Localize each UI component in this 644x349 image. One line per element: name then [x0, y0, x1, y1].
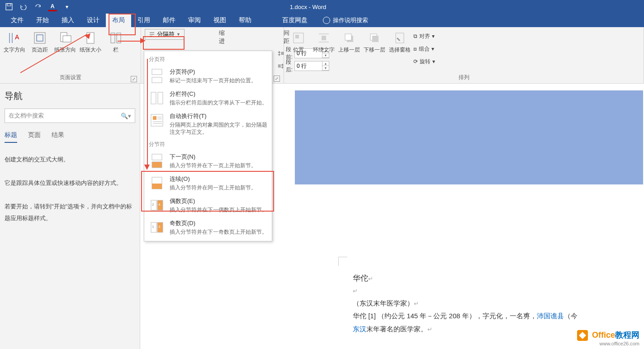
undo-icon[interactable]: [19, 2, 28, 11]
tab-references[interactable]: 引用: [131, 14, 156, 27]
tab-baidu[interactable]: 百度网盘: [276, 14, 314, 27]
tab-home[interactable]: 开始: [30, 14, 55, 27]
text-direction-button[interactable]: A 文字方向: [3, 29, 26, 54]
rotate-button[interactable]: ⟳旋转 ▾: [413, 56, 435, 67]
position-button[interactable]: 位置: [287, 29, 310, 54]
ribbon: A 文字方向 页边距 纸张方向 纸张大小 栏 页面设置 ⤢: [0, 27, 644, 84]
size-button[interactable]: 纸张大小: [79, 29, 102, 54]
annotation-arrow: [118, 41, 143, 42]
menu-item-even-page[interactable]: 24 偶数页(E)插入分节符并在下一偶数页上开始新节。: [144, 194, 272, 217]
menu-item-continuous[interactable]: 连续(O)插入分节符并在同一页上开始新节。: [144, 172, 272, 194]
svg-rect-24: [396, 33, 404, 43]
tab-mailings[interactable]: 邮件: [156, 14, 182, 27]
group-arrange: 位置 环绕文字 上移一层 下移一层 选择窗格 ⧉对齐 ▾ ⧈组合 ▾ ⟳旋转 ▾…: [284, 27, 644, 83]
spacing-before-icon: ‡≡: [278, 50, 284, 57]
text-direction-icon: A: [7, 31, 22, 45]
dialog-launcher-icon[interactable]: ⤢: [274, 75, 280, 82]
dialog-launcher-icon[interactable]: ⤢: [131, 76, 137, 82]
page-breaks-header: 分页符: [144, 54, 272, 65]
breaks-button[interactable]: 分隔符 ▼: [145, 29, 185, 40]
group-label-arrange: 排列: [287, 72, 641, 83]
tab-insert[interactable]: 插入: [55, 14, 80, 27]
redo-icon[interactable]: [33, 2, 43, 11]
svg-text:4: 4: [158, 203, 161, 207]
quick-access-toolbar: A ▾: [0, 2, 71, 11]
save-icon[interactable]: [5, 2, 14, 11]
text-wrap-break-icon: [149, 112, 165, 128]
align-button[interactable]: ⧉对齐 ▾: [413, 31, 435, 42]
selection-pane-button[interactable]: 选择窗格: [388, 29, 412, 54]
indent-label: 缩进: [219, 29, 225, 45]
search-icon: 🔍▾: [121, 113, 131, 119]
title-bar: A ▾ 1.docx - Word: [0, 0, 644, 14]
nav-search-input[interactable]: 在文档中搜索 🔍▾: [5, 108, 135, 123]
breaks-icon: [149, 31, 155, 38]
bring-forward-icon: [342, 31, 356, 45]
section-breaks-header: 分节符: [144, 139, 272, 150]
tab-review[interactable]: 审阅: [182, 14, 207, 27]
doc-heading: 华佗: [353, 274, 368, 283]
svg-rect-1: [7, 4, 11, 6]
annotation-arrowhead: [140, 38, 146, 43]
doc-link[interactable]: 沛国谯县: [537, 312, 564, 320]
document-page: 华佗↵ ↵ （东汉末年医学家）↵ 华佗 [1] （约公元 145 年－公元 20…: [289, 208, 644, 344]
tab-help[interactable]: 帮助: [232, 14, 258, 27]
group-icon: ⧈: [413, 46, 417, 52]
watermark: Office教程网 www.office26.com: [577, 330, 639, 346]
nav-title: 导航: [5, 90, 135, 102]
svg-text:A: A: [15, 33, 19, 41]
group-button[interactable]: ⧈组合 ▾: [413, 43, 435, 54]
qat-customize-icon[interactable]: ▾: [62, 2, 71, 11]
doc-paragraph: 华佗 [1] （约公元 145 年－公元 208 年），字元化，一名旉，沛国谯县…: [353, 310, 635, 323]
wrap-text-button[interactable]: 环绕文字: [312, 29, 336, 54]
svg-rect-0: [6, 4, 12, 10]
margin-corner-icon: [338, 257, 347, 266]
column-break-icon: [149, 90, 165, 106]
nav-tab-results[interactable]: 结果: [52, 131, 64, 143]
nav-tab-headings[interactable]: 标题: [5, 131, 17, 143]
tab-design[interactable]: 设计: [80, 14, 106, 27]
svg-text:2: 2: [152, 203, 154, 207]
font-color-icon[interactable]: A: [48, 2, 57, 11]
tab-file[interactable]: 文件: [5, 14, 30, 27]
svg-rect-6: [37, 35, 43, 41]
svg-rect-26: [152, 77, 162, 83]
group-page-setup: A 文字方向 页边距 纸张方向 纸张大小 栏 页面设置 ⤢: [0, 27, 141, 83]
menu-item-column-break[interactable]: 分栏符(C)指示分栏符后面的文字将从下一栏开始。: [144, 87, 272, 109]
continuous-icon: [149, 175, 165, 191]
svg-rect-29: [151, 114, 163, 126]
svg-rect-10: [111, 33, 115, 43]
odd-page-icon: 13: [149, 219, 165, 236]
svg-rect-27: [151, 92, 156, 104]
send-backward-button[interactable]: 下移一层: [363, 29, 386, 54]
doc-link[interactable]: 东汉: [353, 325, 366, 333]
spacing-after-row: ≡‡ 段后: ▲▼: [278, 61, 281, 71]
watermark-logo-icon: [577, 330, 588, 341]
nav-tabs: 标题 页面 结果: [5, 131, 135, 143]
svg-rect-23: [372, 36, 379, 42]
menu-item-odd-page[interactable]: 13 奇数页(D)插入分节符并在下一奇数页上开始新节。: [144, 217, 272, 239]
bring-forward-button[interactable]: 上移一层: [337, 29, 361, 54]
annotation-arrowhead: [144, 165, 150, 170]
svg-rect-38: [152, 184, 162, 189]
menu-item-text-wrap-break[interactable]: 自动换行符(T)分隔网页上的对象周围的文字，如分隔题注文字与正文。: [144, 109, 272, 139]
nav-tab-pages[interactable]: 页面: [28, 131, 41, 143]
margins-button[interactable]: 页边距: [28, 29, 52, 54]
rotate-icon: ⟳: [413, 58, 418, 65]
svg-text:3: 3: [158, 225, 161, 229]
doc-subtitle: （东汉末年医学家）: [353, 299, 414, 307]
menu-item-next-page[interactable]: 下一页(N)插入分节符并在下一页上开始新节。: [144, 150, 272, 172]
svg-rect-25: [152, 69, 162, 75]
tab-layout[interactable]: 布局: [106, 14, 131, 27]
tab-view[interactable]: 视图: [207, 14, 232, 27]
tell-me-label: 操作说明搜索: [333, 16, 368, 24]
position-icon: [291, 31, 306, 45]
menu-item-page-break[interactable]: 分页符(P)标记一页结束与下一页开始的位置。: [144, 65, 272, 87]
columns-icon: [109, 31, 123, 45]
document-image-placeholder: [295, 90, 643, 184]
svg-rect-16: [295, 35, 299, 38]
paragraph-mark-icon: ↵: [353, 286, 635, 297]
window-title: 1.docx - Word: [71, 4, 545, 10]
svg-rect-36: [152, 162, 162, 168]
tell-me-search[interactable]: 操作说明搜索: [323, 14, 368, 27]
